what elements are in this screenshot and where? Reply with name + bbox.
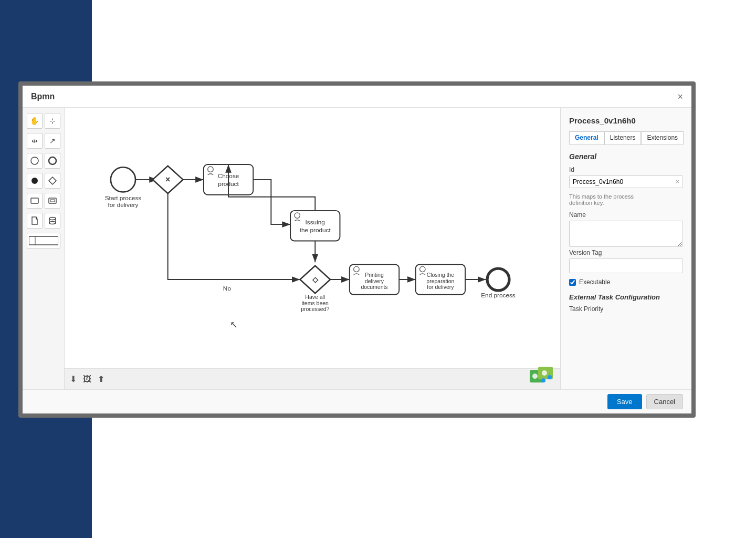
svg-text:Have all: Have all bbox=[305, 294, 325, 300]
svg-text:◇: ◇ bbox=[312, 275, 319, 284]
svg-text:No: No bbox=[223, 285, 232, 292]
import-icon[interactable]: ⬇ bbox=[70, 374, 77, 384]
tool-row-5 bbox=[27, 193, 60, 209]
version-tag-label: Version Tag bbox=[569, 249, 683, 256]
save-button[interactable]: Save bbox=[607, 394, 642, 409]
left-toolbar: ✋ ⊹ ⇹ ↗ bbox=[23, 108, 65, 389]
svg-point-2 bbox=[32, 178, 38, 184]
svg-text:Closing the: Closing the bbox=[427, 272, 455, 278]
svg-text:Start process: Start process bbox=[105, 194, 142, 202]
id-label: Id bbox=[569, 166, 683, 173]
image-icon[interactable]: 🖼 bbox=[83, 375, 91, 384]
right-panel: Process_0v1n6h0 General Listeners Extens… bbox=[560, 108, 691, 389]
connect-tool[interactable]: ⇹ bbox=[27, 133, 43, 149]
tool-row-2: ⇹ ↗ bbox=[27, 133, 60, 149]
svg-text:for delivery: for delivery bbox=[427, 284, 454, 290]
panel-title: Process_0v1n6h0 bbox=[569, 116, 683, 125]
svg-point-11 bbox=[111, 167, 135, 192]
circle-empty-tool[interactable] bbox=[27, 153, 43, 169]
tab-listeners[interactable]: Listeners bbox=[604, 131, 642, 144]
db-tool[interactable] bbox=[45, 213, 60, 229]
modal-title: Bpmn bbox=[31, 92, 55, 101]
svg-text:processed?: processed? bbox=[301, 306, 329, 312]
svg-point-52 bbox=[532, 374, 538, 379]
id-hint: This maps to the process definition key. bbox=[569, 193, 683, 206]
svg-point-8 bbox=[49, 222, 56, 224]
canvas-area[interactable]: Start process for delivery × Choose bbox=[65, 108, 560, 389]
name-label: Name bbox=[569, 211, 683, 219]
svg-text:Printing: Printing bbox=[365, 272, 384, 278]
panel-tabs: General Listeners Extensions bbox=[569, 131, 683, 145]
svg-point-7 bbox=[49, 218, 56, 220]
tool-row-7 bbox=[27, 233, 60, 249]
circle-border-tool[interactable] bbox=[45, 153, 60, 169]
svg-point-54 bbox=[548, 375, 552, 379]
external-task-icon bbox=[529, 366, 555, 387]
svg-point-53 bbox=[542, 370, 547, 376]
name-input[interactable] bbox=[569, 221, 683, 247]
tab-general[interactable]: General bbox=[569, 131, 604, 144]
svg-rect-6 bbox=[50, 200, 55, 202]
arrow-tool[interactable]: ↗ bbox=[45, 133, 60, 149]
svg-rect-9 bbox=[29, 236, 58, 245]
modal-dialog: Bpmn × ✋ ⊹ ⇹ ↗ bbox=[23, 86, 691, 413]
svg-text:↖: ↖ bbox=[230, 319, 238, 330]
general-section-title: General bbox=[569, 152, 683, 161]
svg-rect-5 bbox=[49, 198, 56, 203]
diamond-tool[interactable] bbox=[45, 173, 60, 189]
id-field-container: × bbox=[569, 175, 683, 188]
export-icon[interactable]: ⬆ bbox=[98, 374, 104, 384]
tool-row-6 bbox=[27, 213, 60, 229]
rect-empty-tool[interactable] bbox=[27, 193, 43, 209]
circle-thick-tool[interactable] bbox=[27, 173, 43, 189]
hand-tool[interactable]: ✋ bbox=[27, 113, 43, 129]
outer-container: Bpmn × ✋ ⊹ ⇹ ↗ bbox=[18, 81, 696, 418]
svg-text:×: × bbox=[165, 175, 170, 184]
close-button[interactable]: × bbox=[677, 92, 683, 101]
rect-inner-tool[interactable] bbox=[45, 193, 60, 209]
svg-point-55 bbox=[541, 378, 545, 382]
tool-row-4 bbox=[27, 173, 60, 189]
modal-header: Bpmn × bbox=[23, 86, 691, 108]
svg-text:Issuing: Issuing bbox=[306, 219, 325, 226]
svg-text:the product: the product bbox=[300, 226, 331, 234]
executable-row: Executable bbox=[569, 278, 683, 286]
modal-body: ✋ ⊹ ⇹ ↗ bbox=[23, 108, 691, 389]
id-clear-btn[interactable]: × bbox=[676, 178, 679, 185]
cancel-button[interactable]: Cancel bbox=[646, 394, 683, 409]
svg-text:delivery: delivery bbox=[365, 278, 384, 284]
svg-marker-3 bbox=[49, 177, 56, 184]
svg-text:for delivery: for delivery bbox=[108, 201, 139, 209]
svg-text:End process: End process bbox=[481, 292, 516, 299]
pool-tool[interactable] bbox=[27, 233, 60, 249]
svg-point-1 bbox=[49, 157, 56, 164]
svg-text:preparation: preparation bbox=[426, 278, 454, 284]
svg-rect-4 bbox=[31, 198, 38, 203]
tab-extensions[interactable]: Extensions bbox=[641, 131, 684, 144]
task-priority-label: Task Priority bbox=[569, 305, 683, 313]
select-tool[interactable]: ⊹ bbox=[45, 113, 60, 129]
version-tag-input[interactable] bbox=[569, 258, 683, 273]
ext-task-title: External Task Configuration bbox=[569, 293, 683, 301]
tool-row-3 bbox=[27, 153, 60, 169]
executable-checkbox[interactable] bbox=[569, 279, 576, 286]
svg-text:documents: documents bbox=[361, 284, 387, 290]
doc-tool[interactable] bbox=[27, 213, 43, 229]
bpmn-diagram: Start process for delivery × Choose bbox=[65, 108, 560, 389]
svg-point-46 bbox=[487, 268, 509, 291]
canvas-bottom-toolbar: ⬇ 🖼 ⬆ bbox=[65, 368, 560, 389]
svg-point-0 bbox=[31, 157, 38, 164]
modal-footer: Save Cancel bbox=[23, 389, 691, 413]
svg-text:items been: items been bbox=[302, 301, 329, 306]
executable-label: Executable bbox=[579, 278, 610, 286]
id-input[interactable] bbox=[573, 178, 676, 185]
tool-row-1: ✋ ⊹ bbox=[27, 113, 60, 129]
